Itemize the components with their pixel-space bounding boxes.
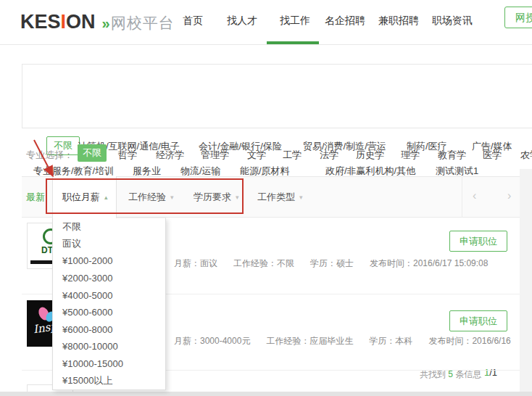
nav-item-home[interactable]: 首页 xyxy=(183,15,203,28)
header: KESION » 网校平台 首页 找人才 找工作 名企招聘 兼职招聘 职场资讯 … xyxy=(0,0,532,45)
job-education: 学历：硕士 xyxy=(310,258,354,268)
job-experience: 工作经验：不限 xyxy=(233,258,294,268)
pagination: 1/1 xyxy=(462,176,520,218)
major-filter-label: 专业选择： xyxy=(26,149,73,162)
page-background-strip xyxy=(520,169,532,396)
page-indicator: 1/1 xyxy=(484,367,497,378)
chevron-down-icon xyxy=(299,194,303,201)
salary-option[interactable]: ¥6000-8000 xyxy=(53,321,165,339)
site-logo[interactable]: KESION » 网校平台 xyxy=(20,11,175,33)
salary-option[interactable]: ¥1000-2000 xyxy=(53,252,165,270)
nav-item-career-news[interactable]: 职场资讯 xyxy=(432,15,473,28)
major-filter-all-selected[interactable]: 不限 xyxy=(78,144,107,162)
sort-asc-icon xyxy=(104,194,108,201)
salary-option[interactable]: ¥4000-5000 xyxy=(53,286,165,304)
salary-option[interactable]: ¥8000-10000 xyxy=(53,338,165,355)
job-education: 学历：本科 xyxy=(369,336,412,346)
total-pages: 1 xyxy=(492,367,497,378)
job-details: 月薪：3000-4000元工作经验：应届毕业生学历：本科发布时间：2016/6/… xyxy=(174,335,527,347)
apply-job-button[interactable]: 申请职位 xyxy=(449,231,507,252)
major-filter-item[interactable]: 理学 xyxy=(401,149,420,162)
job-publish-time: 发布时间：2016/6/16 xyxy=(428,336,510,346)
salary-option[interactable]: ¥10000-15000 xyxy=(53,355,165,373)
salary-option[interactable]: ¥5000-6000 xyxy=(53,304,165,321)
salary-option[interactable]: ¥2000-3000 xyxy=(53,270,165,287)
logo-orange-i: I xyxy=(61,11,67,33)
filter-tab-education[interactable]: 学历要求 xyxy=(194,191,239,204)
prev-page-icon[interactable] xyxy=(473,189,476,202)
next-page-icon[interactable] xyxy=(507,189,511,202)
major-filter-item[interactable]: 工学 xyxy=(283,149,302,162)
industry-filter-panel: 不限 计算机/互联网/通信/电子 会计/金融/银行/保险 贸易/消费/制造/营运… xyxy=(22,64,532,128)
major-filter-item[interactable]: 农学 xyxy=(520,149,532,162)
filter-tab-salary[interactable]: 职位月薪 xyxy=(52,176,117,218)
filter-tab-jobtype[interactable]: 工作类型 xyxy=(257,191,303,204)
page-bottom-strip xyxy=(0,392,532,396)
major-filter-item[interactable]: 文学 xyxy=(247,149,266,162)
filter-tab-experience[interactable]: 工作经验 xyxy=(128,191,174,204)
job-publish-time: 发布时间：2016/6/17 15:09:08 xyxy=(370,258,488,268)
nav-item-famous-companies[interactable]: 名企招聘 xyxy=(325,15,365,28)
job-salary: 月薪：3000-4000元 xyxy=(174,336,250,346)
salary-option[interactable]: ¥15000以上 xyxy=(53,372,165,389)
major-filter-item[interactable]: 教育学 xyxy=(438,149,466,162)
salary-option[interactable]: 不限 xyxy=(53,218,165,236)
nav-item-parttime[interactable]: 兼职招聘 xyxy=(378,15,419,28)
chevron-down-icon xyxy=(170,194,174,201)
logo-brand-text: KESION xyxy=(20,11,96,33)
major-filter-item[interactable]: 医学 xyxy=(483,149,502,162)
logo-suffix-text: 网校平台 xyxy=(111,13,175,33)
apply-job-button[interactable]: 申请职位 xyxy=(449,310,507,331)
nav-item-find-job[interactable]: 找工作 xyxy=(280,15,310,28)
job-experience: 工作经验：应届毕业生 xyxy=(266,336,353,346)
major-filter-item[interactable]: 法学 xyxy=(320,149,338,162)
major-filter-item[interactable]: 历史学 xyxy=(356,149,384,162)
header-divider xyxy=(0,44,532,45)
chevron-down-icon xyxy=(236,194,239,201)
major-filter-item[interactable]: 哲学 xyxy=(118,149,137,162)
online-school-button[interactable]: 网授 xyxy=(504,7,532,28)
job-details: 月薪：面议工作经验：不限学历：硕士发布时间：2016/6/17 15:09:08 xyxy=(174,257,504,270)
job-salary: 月薪：面议 xyxy=(174,258,217,268)
major-filter-item[interactable]: 管理学 xyxy=(201,149,229,162)
salary-option[interactable]: 面议 xyxy=(53,236,165,253)
major-filter-item[interactable]: 经济学 xyxy=(156,149,184,162)
nav-item-find-talent[interactable]: 找人才 xyxy=(227,15,257,28)
logo-chevron-icon: » xyxy=(102,15,110,32)
sort-newest-link[interactable]: 最新 xyxy=(26,191,45,204)
salary-dropdown-menu: 不限 面议 ¥1000-2000 ¥2000-3000 ¥4000-5000 ¥… xyxy=(52,218,166,390)
